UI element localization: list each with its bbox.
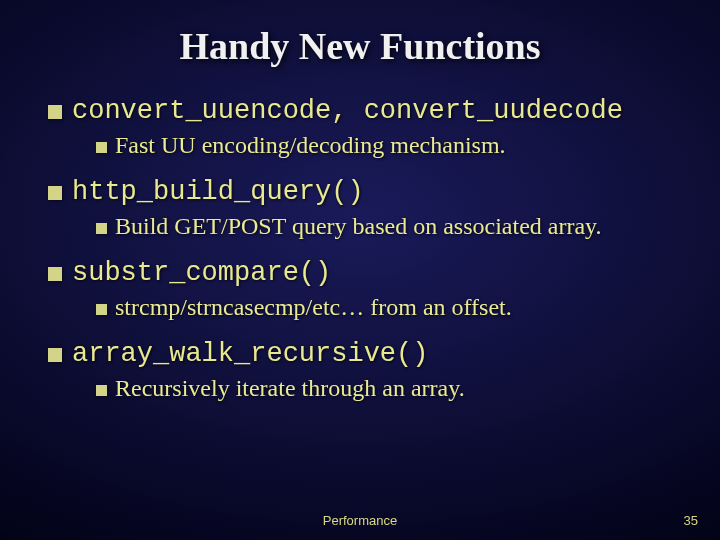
function-name: substr_compare(): [72, 258, 331, 288]
bullet-icon: [48, 348, 62, 362]
bullet-icon: [48, 105, 62, 119]
function-name: array_walk_recursive(): [72, 339, 428, 369]
function-desc: Recursively iterate through an array.: [115, 375, 465, 401]
bullet-icon: [96, 385, 107, 396]
list-sub-item: Recursively iterate through an array.: [96, 375, 690, 402]
slide-content: convert_uuencode, convert_uudecode Fast …: [0, 96, 720, 402]
bullet-icon: [48, 186, 62, 200]
list-sub-item: Build GET/POST query based on associated…: [96, 213, 690, 240]
function-name: convert_uuencode, convert_uudecode: [72, 96, 623, 126]
footer-label: Performance: [0, 513, 720, 528]
bullet-icon: [48, 267, 62, 281]
list-item: array_walk_recursive() Recursively itera…: [48, 339, 690, 402]
bullet-icon: [96, 223, 107, 234]
function-desc: strcmp/strncasecmp/etc… from an offset.: [115, 294, 512, 320]
list-item: convert_uuencode, convert_uudecode Fast …: [48, 96, 690, 159]
list-item: substr_compare() strcmp/strncasecmp/etc……: [48, 258, 690, 321]
list-sub-item: strcmp/strncasecmp/etc… from an offset.: [96, 294, 690, 321]
bullet-icon: [96, 304, 107, 315]
function-name: http_build_query(): [72, 177, 364, 207]
slide-title: Handy New Functions: [0, 24, 720, 68]
function-desc: Fast UU encoding/decoding mechanism.: [115, 132, 506, 158]
list-item: http_build_query() Build GET/POST query …: [48, 177, 690, 240]
page-number: 35: [684, 513, 698, 528]
list-sub-item: Fast UU encoding/decoding mechanism.: [96, 132, 690, 159]
function-desc: Build GET/POST query based on associated…: [115, 213, 602, 239]
bullet-icon: [96, 142, 107, 153]
